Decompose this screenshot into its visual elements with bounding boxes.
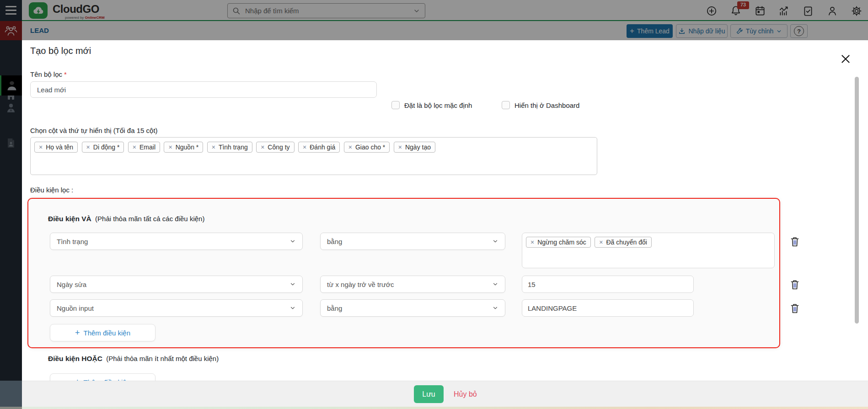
global-search[interactable] [227, 3, 425, 18]
delete-condition-icon[interactable] [790, 303, 800, 314]
notification-count-badge: 73 [737, 1, 749, 9]
column-chip: ×Giao cho * [344, 142, 390, 153]
settings-gear-icon[interactable] [851, 5, 863, 17]
remove-chip-icon[interactable]: × [39, 143, 43, 151]
remove-chip-icon[interactable]: × [599, 239, 603, 246]
add-lead-label: Thêm Lead [637, 27, 670, 35]
columns-select-label: Chọn cột và thứ tự hiển thị (Tối đa 15 c… [30, 127, 158, 134]
cloud-lightning-icon [32, 5, 44, 16]
column-chip-label: Di động * [93, 143, 120, 151]
column-chip-label: Email [139, 143, 155, 151]
close-icon[interactable] [840, 53, 852, 65]
question-icon: ? [794, 26, 804, 36]
sidebar-item-contact[interactable] [0, 134, 22, 152]
wrench-icon [736, 27, 743, 35]
chevron-down-icon [492, 305, 498, 311]
remove-chip-icon[interactable]: × [530, 239, 534, 246]
customize-button[interactable]: Tùy chỉnh [730, 24, 788, 38]
remove-chip-icon[interactable]: × [303, 143, 306, 151]
brand-subtitle: powered by OnlineCRM [65, 16, 105, 20]
add-condition-and-button[interactable]: + Thêm điều kiện [50, 324, 155, 341]
value-chip-label: Ngừng chăm sóc [537, 239, 586, 246]
column-chip: ×Họ và tên [34, 142, 78, 153]
onlinecrm-text: OnlineCRM [85, 16, 105, 20]
analytics-icon[interactable] [778, 5, 790, 17]
search-input[interactable] [244, 6, 409, 15]
sidebar-item-lead-active[interactable] [0, 75, 22, 96]
default-filter-checkbox[interactable] [391, 101, 400, 109]
quick-add-icon[interactable] [706, 5, 718, 17]
chevron-down-icon [289, 305, 296, 311]
column-chip: ×Đánh giá [298, 142, 340, 153]
delete-condition-icon[interactable] [790, 236, 800, 247]
remove-chip-icon[interactable]: × [261, 143, 264, 151]
condition-field-select[interactable]: Nguồn input [50, 299, 303, 317]
remove-chip-icon[interactable]: × [133, 143, 136, 151]
remove-chip-icon[interactable]: × [212, 143, 215, 151]
columns-multiselect[interactable]: ×Họ và tên ×Di động * ×Email ×Nguồn * ×T… [30, 137, 597, 175]
remove-chip-icon[interactable]: × [348, 143, 352, 151]
import-data-button[interactable]: Nhập dữ liệu [676, 24, 728, 38]
filter-name-input[interactable] [30, 81, 377, 98]
tasks-icon[interactable] [802, 5, 814, 17]
download-icon [678, 27, 686, 35]
column-chip: ×Di động * [82, 142, 124, 153]
search-scope-chevron-icon[interactable] [413, 7, 420, 15]
required-asterisk: * [64, 70, 67, 78]
add-lead-button[interactable]: + Thêm Lead [627, 24, 673, 38]
delete-condition-icon[interactable] [790, 279, 800, 290]
field-value: Nguồn input [57, 304, 94, 312]
value-chip-label: Đã chuyển đổi [606, 239, 647, 246]
app-window: CloudGO powered by OnlineCRM 73 [0, 0, 868, 409]
remove-chip-icon[interactable]: × [168, 143, 172, 151]
column-chip-label: Công ty [268, 143, 289, 151]
sidebar-footer-block[interactable] [0, 381, 22, 409]
column-chip-label: Ngày tạo [405, 143, 431, 151]
import-data-label: Nhập dữ liệu [688, 27, 725, 35]
or-group-header: Điều kiện HOẶC (Phải thỏa mãn ít nhất mộ… [48, 355, 219, 363]
add-condition-label: Thêm điều kiện [83, 329, 130, 337]
cancel-button[interactable]: Hủy bỏ [454, 385, 477, 403]
lead-toolbar: LEAD + Thêm Lead Nhập dữ liệu Tùy chỉnh … [22, 21, 868, 40]
column-chip: ×Email [128, 142, 160, 153]
condition-operator-select[interactable]: từ x ngày trở về trước [320, 276, 505, 293]
condition-field-select[interactable]: Tình trạng [50, 233, 303, 250]
column-chip-label: Nguồn * [176, 143, 199, 151]
and-group-title: Điều kiện VÀ [48, 215, 91, 223]
top-header: CloudGO powered by OnlineCRM 73 [0, 0, 868, 21]
calendar-icon[interactable] [754, 5, 766, 17]
chevron-down-icon [492, 238, 498, 244]
chevron-down-icon [776, 28, 782, 34]
user-profile-icon[interactable] [826, 5, 838, 17]
sidebar-item-customer[interactable] [0, 99, 22, 117]
value-chip: ×Ngừng chăm sóc [526, 237, 591, 248]
column-chip-label: Họ và tên [46, 143, 73, 151]
or-group-title: Điều kiện HOẶC [48, 355, 102, 362]
cloudgo-logo-icon[interactable] [29, 2, 48, 19]
modal-scrollbar[interactable] [855, 77, 859, 324]
bottom-gradient-strip [0, 407, 868, 409]
column-chip-label: Giao cho * [355, 143, 385, 151]
remove-chip-icon[interactable]: × [86, 143, 90, 151]
operator-value: bằng [327, 304, 342, 312]
filter-name-text: Tên bộ lọc [30, 70, 62, 78]
condition-value-input[interactable] [522, 276, 694, 293]
save-button[interactable]: Lưu [414, 385, 444, 403]
condition-operator-select[interactable]: bằng [320, 233, 505, 250]
condition-value-multiselect[interactable]: ×Ngừng chăm sóc ×Đã chuyển đổi [522, 233, 775, 268]
condition-operator-select[interactable]: bằng [320, 299, 505, 317]
filter-conditions-label: Điều kiện lọc : [30, 186, 73, 194]
customize-label: Tùy chỉnh [746, 27, 774, 35]
or-group-subtitle: (Phải thỏa mãn ít nhất một điều kiện) [106, 355, 219, 362]
plus-icon: + [75, 328, 80, 338]
remove-chip-icon[interactable]: × [398, 143, 402, 151]
condition-value-input[interactable] [522, 299, 694, 317]
show-dashboard-label: Hiển thị ở Dashboard [514, 101, 579, 109]
field-value: Tình trạng [57, 238, 88, 245]
help-button[interactable]: ? [790, 24, 808, 38]
show-dashboard-checkbox[interactable] [502, 101, 510, 109]
hamburger-menu-icon[interactable] [0, 0, 22, 21]
modal-title: Tạo bộ lọc mới [30, 46, 91, 56]
sidebar-item-group-active-red[interactable] [0, 21, 22, 40]
condition-field-select[interactable]: Ngày sửa [50, 276, 303, 293]
